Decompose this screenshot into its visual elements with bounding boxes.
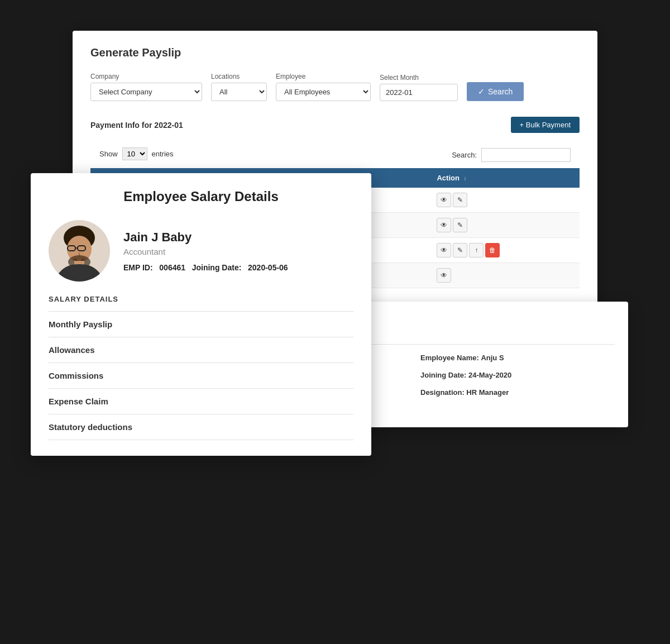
- cell-action: 👁 ✎: [430, 213, 580, 238]
- cell-action: 👁: [430, 263, 580, 288]
- delete-button[interactable]: 🗑: [485, 243, 500, 257]
- action-buttons: 👁 ✎: [437, 193, 573, 207]
- month-input[interactable]: 2022-01: [380, 84, 458, 101]
- company-select[interactable]: Select Company: [90, 83, 202, 101]
- action-buttons: 👁: [437, 268, 573, 283]
- company-label: Company: [90, 73, 202, 80]
- search-checkmark-icon: ✓: [478, 87, 485, 96]
- table-search-input[interactable]: [481, 148, 571, 162]
- list-item-monthly[interactable]: Monthly Payslip: [49, 312, 353, 337]
- cell-action: 👁 ✎ ↑ 🗑: [430, 238, 580, 263]
- company-filter-group: Company Select Company: [90, 73, 202, 101]
- employee-name-field: Employee Name: Anju S: [420, 351, 615, 364]
- employee-label: Employee: [276, 73, 371, 80]
- search-button[interactable]: ✓ Search: [467, 82, 524, 101]
- list-item-allowances[interactable]: Allowances: [49, 337, 353, 363]
- salary-panel-title: Employee Salary Details: [49, 189, 353, 204]
- salary-section-title: SALARY DETAILS: [49, 295, 353, 303]
- entries-select[interactable]: 10: [122, 147, 147, 160]
- upload-button[interactable]: ↑: [469, 243, 484, 257]
- table-search-row: Search:: [452, 148, 571, 162]
- month-filter-group: Select Month 2022-01: [380, 74, 458, 101]
- action-buttons: 👁 ✎: [437, 218, 573, 232]
- employee-filter-group: Employee All Employees: [276, 73, 371, 101]
- location-filter-group: Locations All: [211, 73, 267, 101]
- employee-name: Jain J Baby: [123, 230, 288, 245]
- bulk-payment-button[interactable]: + Bulk Payment: [511, 117, 580, 133]
- salary-details-panel: Employee Salary Details: [31, 173, 371, 456]
- list-item-commissions[interactable]: Commissions: [49, 363, 353, 389]
- employee-meta: EMP ID: 006461 Joining Date: 2020-05-06: [123, 263, 288, 272]
- avatar-svg: [49, 220, 110, 282]
- action-buttons: 👁 ✎ ↑ 🗑: [437, 243, 573, 257]
- view-button[interactable]: 👁: [437, 218, 451, 232]
- employee-role: Accountant: [123, 247, 288, 256]
- page-title: Generate Payslip: [90, 46, 580, 59]
- location-select[interactable]: All: [211, 83, 267, 101]
- designation-field: Designation: HR Manager: [420, 386, 615, 399]
- employee-profile: Jain J Baby Accountant EMP ID: 006461 Jo…: [49, 220, 353, 282]
- salary-items-list: Monthly Payslip Allowances Commissions E…: [49, 311, 353, 440]
- cell-action: 👁 ✎: [430, 188, 580, 213]
- payment-info-text: Payment Info for 2022-01: [90, 121, 183, 130]
- edit-button[interactable]: ✎: [453, 243, 467, 257]
- avatar: [49, 220, 110, 282]
- view-button[interactable]: 👁: [437, 268, 451, 283]
- show-entries-row: Show 10 entries: [99, 147, 174, 160]
- col-action: Action ↕: [430, 168, 580, 188]
- sort-icon: ↕: [464, 175, 467, 182]
- location-label: Locations: [211, 73, 267, 80]
- view-button[interactable]: 👁: [437, 243, 451, 257]
- list-item-statutory[interactable]: Statutory deductions: [49, 414, 353, 440]
- payment-info-row: Payment Info for 2022-01 + Bulk Payment: [90, 117, 580, 133]
- month-label: Select Month: [380, 74, 458, 82]
- edit-button[interactable]: ✎: [453, 193, 467, 207]
- edit-button[interactable]: ✎: [453, 218, 467, 232]
- joining-date-field: Joining Date: 24-May-2020: [420, 369, 615, 381]
- table-controls: Show 10 entries Search:: [90, 142, 580, 168]
- employee-select[interactable]: All Employees: [276, 83, 371, 101]
- view-button[interactable]: 👁: [437, 193, 451, 207]
- list-item-expense[interactable]: Expense Claim: [49, 389, 353, 414]
- filter-row: Company Select Company Locations All Emp…: [90, 73, 580, 101]
- employee-info: Jain J Baby Accountant EMP ID: 006461 Jo…: [123, 230, 288, 272]
